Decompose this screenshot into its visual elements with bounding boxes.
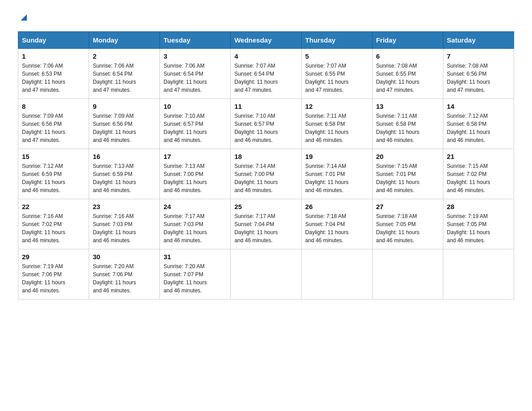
calendar-day-cell: 3Sunrise: 7:06 AMSunset: 6:54 PMDaylight…	[160, 49, 231, 99]
day-info: Sunrise: 7:07 AMSunset: 6:54 PMDaylight:…	[234, 62, 297, 94]
day-number: 31	[163, 253, 227, 261]
day-number: 16	[93, 153, 156, 160]
calendar-day-cell: 22Sunrise: 7:16 AMSunset: 7:02 PMDayligh…	[18, 199, 89, 249]
day-number: 2	[93, 52, 156, 60]
day-number: 25	[234, 203, 297, 210]
calendar-day-cell: 2Sunrise: 7:06 AMSunset: 6:54 PMDaylight…	[89, 49, 160, 99]
calendar-day-cell: 12Sunrise: 7:11 AMSunset: 6:58 PMDayligh…	[301, 99, 372, 149]
day-info: Sunrise: 7:06 AMSunset: 6:54 PMDaylight:…	[93, 62, 156, 94]
calendar-day-cell: 9Sunrise: 7:09 AMSunset: 6:56 PMDaylight…	[89, 99, 160, 149]
calendar-day-cell: 19Sunrise: 7:14 AMSunset: 7:01 PMDayligh…	[301, 149, 372, 199]
logo-triangle-icon	[19, 13, 29, 22]
weekday-header: Tuesday	[160, 32, 231, 49]
day-number: 13	[376, 103, 439, 110]
calendar-day-cell: 5Sunrise: 7:07 AMSunset: 6:55 PMDaylight…	[301, 49, 372, 99]
calendar-day-cell: 13Sunrise: 7:11 AMSunset: 6:58 PMDayligh…	[372, 99, 443, 149]
day-info: Sunrise: 7:19 AMSunset: 7:06 PMDaylight:…	[22, 262, 85, 295]
calendar-header-row: SundayMondayTuesdayWednesdayThursdayFrid…	[18, 32, 514, 49]
calendar-day-cell: 1Sunrise: 7:06 AMSunset: 6:53 PMDaylight…	[18, 49, 89, 99]
svg-marker-0	[21, 14, 27, 21]
calendar-table: SundayMondayTuesdayWednesdayThursdayFrid…	[18, 31, 514, 300]
day-info: Sunrise: 7:13 AMSunset: 7:00 PMDaylight:…	[163, 162, 227, 194]
day-info: Sunrise: 7:19 AMSunset: 7:05 PMDaylight:…	[447, 212, 510, 244]
day-number: 15	[22, 153, 85, 160]
calendar-day-cell	[443, 249, 514, 300]
weekday-header: Friday	[372, 32, 443, 49]
calendar-day-cell: 15Sunrise: 7:12 AMSunset: 6:59 PMDayligh…	[18, 149, 89, 199]
calendar-week-row: 1Sunrise: 7:06 AMSunset: 6:53 PMDaylight…	[18, 49, 514, 99]
calendar-day-cell: 6Sunrise: 7:08 AMSunset: 6:55 PMDaylight…	[372, 49, 443, 99]
day-info: Sunrise: 7:06 AMSunset: 6:53 PMDaylight:…	[22, 62, 85, 94]
day-number: 10	[163, 103, 227, 110]
day-info: Sunrise: 7:08 AMSunset: 6:55 PMDaylight:…	[376, 62, 439, 94]
day-info: Sunrise: 7:11 AMSunset: 6:58 PMDaylight:…	[376, 112, 439, 144]
calendar-day-cell: 20Sunrise: 7:15 AMSunset: 7:01 PMDayligh…	[372, 149, 443, 199]
calendar-day-cell: 18Sunrise: 7:14 AMSunset: 7:00 PMDayligh…	[231, 149, 301, 199]
day-number: 9	[93, 103, 156, 110]
day-info: Sunrise: 7:20 AMSunset: 7:07 PMDaylight:…	[163, 262, 227, 295]
day-number: 11	[234, 103, 297, 110]
page-header	[18, 13, 514, 22]
calendar-day-cell: 31Sunrise: 7:20 AMSunset: 7:07 PMDayligh…	[160, 249, 231, 300]
day-number: 26	[305, 203, 369, 210]
calendar-day-cell: 14Sunrise: 7:12 AMSunset: 6:58 PMDayligh…	[443, 99, 514, 149]
day-info: Sunrise: 7:12 AMSunset: 6:58 PMDaylight:…	[447, 112, 510, 144]
day-info: Sunrise: 7:18 AMSunset: 7:04 PMDaylight:…	[305, 212, 369, 244]
day-info: Sunrise: 7:17 AMSunset: 7:04 PMDaylight:…	[234, 212, 297, 244]
day-info: Sunrise: 7:14 AMSunset: 7:00 PMDaylight:…	[234, 162, 297, 194]
day-number: 12	[305, 103, 369, 110]
calendar-week-row: 29Sunrise: 7:19 AMSunset: 7:06 PMDayligh…	[18, 249, 514, 300]
weekday-header: Monday	[89, 32, 160, 49]
calendar-day-cell: 25Sunrise: 7:17 AMSunset: 7:04 PMDayligh…	[231, 199, 301, 249]
day-info: Sunrise: 7:16 AMSunset: 7:02 PMDaylight:…	[22, 212, 85, 244]
day-info: Sunrise: 7:15 AMSunset: 7:02 PMDaylight:…	[447, 162, 510, 194]
calendar-day-cell: 24Sunrise: 7:17 AMSunset: 7:03 PMDayligh…	[160, 199, 231, 249]
day-number: 4	[234, 52, 297, 60]
calendar-day-cell: 17Sunrise: 7:13 AMSunset: 7:00 PMDayligh…	[160, 149, 231, 199]
day-number: 28	[447, 203, 510, 210]
weekday-header: Wednesday	[231, 32, 301, 49]
day-number: 29	[22, 253, 85, 261]
day-info: Sunrise: 7:15 AMSunset: 7:01 PMDaylight:…	[376, 162, 439, 194]
day-info: Sunrise: 7:13 AMSunset: 6:59 PMDaylight:…	[93, 162, 156, 194]
day-info: Sunrise: 7:16 AMSunset: 7:03 PMDaylight:…	[93, 212, 156, 244]
calendar-day-cell: 30Sunrise: 7:20 AMSunset: 7:06 PMDayligh…	[89, 249, 160, 300]
calendar-week-row: 15Sunrise: 7:12 AMSunset: 6:59 PMDayligh…	[18, 149, 514, 199]
day-info: Sunrise: 7:09 AMSunset: 6:56 PMDaylight:…	[93, 112, 156, 144]
weekday-header: Sunday	[18, 32, 89, 49]
day-info: Sunrise: 7:10 AMSunset: 6:57 PMDaylight:…	[163, 112, 227, 144]
calendar-day-cell: 16Sunrise: 7:13 AMSunset: 6:59 PMDayligh…	[89, 149, 160, 199]
day-info: Sunrise: 7:14 AMSunset: 7:01 PMDaylight:…	[305, 162, 369, 194]
calendar-day-cell: 29Sunrise: 7:19 AMSunset: 7:06 PMDayligh…	[18, 249, 89, 300]
day-number: 21	[447, 153, 510, 160]
calendar-day-cell	[301, 249, 372, 300]
calendar-week-row: 8Sunrise: 7:09 AMSunset: 6:56 PMDaylight…	[18, 99, 514, 149]
day-info: Sunrise: 7:17 AMSunset: 7:03 PMDaylight:…	[163, 212, 227, 244]
calendar-day-cell: 11Sunrise: 7:10 AMSunset: 6:57 PMDayligh…	[231, 99, 301, 149]
calendar-day-cell: 21Sunrise: 7:15 AMSunset: 7:02 PMDayligh…	[443, 149, 514, 199]
day-info: Sunrise: 7:18 AMSunset: 7:05 PMDaylight:…	[376, 212, 439, 244]
calendar-day-cell: 8Sunrise: 7:09 AMSunset: 6:56 PMDaylight…	[18, 99, 89, 149]
day-info: Sunrise: 7:08 AMSunset: 6:56 PMDaylight:…	[447, 62, 510, 94]
day-number: 24	[163, 203, 227, 210]
calendar-day-cell: 28Sunrise: 7:19 AMSunset: 7:05 PMDayligh…	[443, 199, 514, 249]
day-number: 7	[447, 52, 510, 60]
day-number: 6	[376, 52, 439, 60]
day-info: Sunrise: 7:20 AMSunset: 7:06 PMDaylight:…	[93, 262, 156, 295]
weekday-header: Saturday	[443, 32, 514, 49]
day-info: Sunrise: 7:06 AMSunset: 6:54 PMDaylight:…	[163, 62, 227, 94]
day-number: 5	[305, 52, 369, 60]
calendar-day-cell: 7Sunrise: 7:08 AMSunset: 6:56 PMDaylight…	[443, 49, 514, 99]
day-number: 18	[234, 153, 297, 160]
day-number: 20	[376, 153, 439, 160]
calendar-week-row: 22Sunrise: 7:16 AMSunset: 7:02 PMDayligh…	[18, 199, 514, 249]
logo	[18, 13, 29, 22]
day-number: 1	[22, 52, 85, 60]
day-info: Sunrise: 7:12 AMSunset: 6:59 PMDaylight:…	[22, 162, 85, 194]
calendar-day-cell	[231, 249, 301, 300]
calendar-day-cell: 10Sunrise: 7:10 AMSunset: 6:57 PMDayligh…	[160, 99, 231, 149]
weekday-header: Thursday	[301, 32, 372, 49]
day-number: 30	[93, 253, 156, 261]
calendar-day-cell: 26Sunrise: 7:18 AMSunset: 7:04 PMDayligh…	[301, 199, 372, 249]
calendar-day-cell	[372, 249, 443, 300]
